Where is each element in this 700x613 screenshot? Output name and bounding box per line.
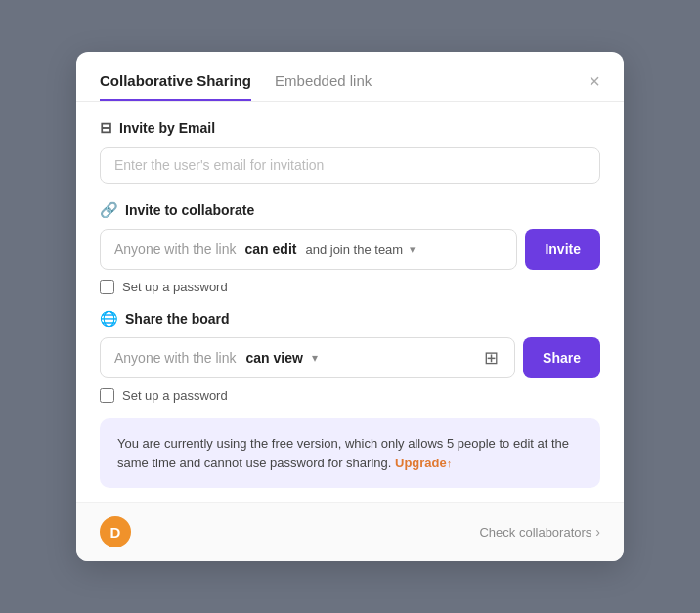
share-link-prefix: Anyone with the link <box>114 350 237 366</box>
share-dropdown-arrow[interactable]: ▾ <box>312 351 318 365</box>
invite-email-section-title: ⊟ Invite by Email <box>100 119 600 137</box>
invite-link-prefix: Anyone with the link <box>114 241 237 257</box>
invite-password-row: Set up a password <box>100 280 600 294</box>
tab-embedded[interactable]: Embedded link <box>275 72 372 101</box>
share-row: Anyone with the link can view ▾ ⊞ Share <box>100 337 600 378</box>
qr-icon[interactable]: ⊞ <box>484 347 499 369</box>
check-collaborators-link[interactable]: Check collaborators › <box>479 524 600 540</box>
share-link-permission: can view <box>246 350 303 366</box>
modal: Collaborative Sharing Embedded link × ⊟ … <box>76 52 624 561</box>
invite-link-input[interactable]: Anyone with the link can edit and join t… <box>100 229 517 270</box>
notice-text: You are currently using the free version… <box>117 436 569 470</box>
chevron-right-icon: › <box>595 524 600 540</box>
envelope-icon: ⊟ <box>100 119 112 137</box>
notice-box: You are currently using the free version… <box>100 418 600 488</box>
invite-row: Anyone with the link can edit and join t… <box>100 229 600 270</box>
modal-footer: D Check collaborators › <box>76 502 624 561</box>
invite-dropdown-arrow[interactable]: ▾ <box>410 243 416 256</box>
share-button[interactable]: Share <box>523 337 600 378</box>
invite-button[interactable]: Invite <box>525 229 600 270</box>
invite-link-permission: can edit <box>245 241 297 257</box>
share-password-row: Set up a password <box>100 388 600 403</box>
upgrade-arrow: ↑ <box>447 458 453 469</box>
close-button[interactable]: × <box>589 71 600 101</box>
invite-collaborate-section-title: 🔗 Invite to collaborate <box>100 201 600 219</box>
share-password-checkbox[interactable] <box>100 388 114 403</box>
share-board-section-title: 🌐 Share the board <box>100 310 600 328</box>
invite-password-label: Set up a password <box>122 280 228 294</box>
globe-icon: 🌐 <box>100 310 118 328</box>
invite-link-suffix: and join the team <box>305 242 403 257</box>
tab-collaborative[interactable]: Collaborative Sharing <box>100 72 251 101</box>
link-icon: 🔗 <box>100 201 118 219</box>
upgrade-link[interactable]: Upgrade↑ <box>395 456 452 470</box>
modal-body: ⊟ Invite by Email 🔗 Invite to collaborat… <box>76 102 624 488</box>
share-link-input[interactable]: Anyone with the link can view ▾ ⊞ <box>100 337 515 378</box>
modal-header: Collaborative Sharing Embedded link × <box>76 52 624 101</box>
share-password-label: Set up a password <box>122 388 228 403</box>
avatar: D <box>100 516 131 547</box>
email-input[interactable] <box>100 147 600 184</box>
invite-password-checkbox[interactable] <box>100 280 114 294</box>
